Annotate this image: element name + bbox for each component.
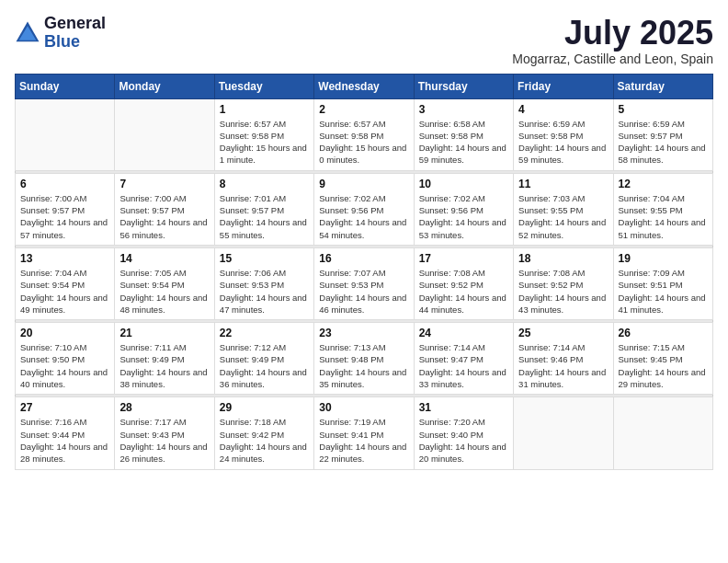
table-row: 8Sunrise: 7:01 AM Sunset: 9:57 PM Daylig… bbox=[214, 173, 313, 245]
table-row: 16Sunrise: 7:07 AM Sunset: 9:53 PM Dayli… bbox=[314, 247, 414, 319]
table-row: 13Sunrise: 7:04 AM Sunset: 9:54 PM Dayli… bbox=[16, 247, 115, 319]
table-row: 27Sunrise: 7:16 AM Sunset: 9:44 PM Dayli… bbox=[16, 397, 115, 469]
day-number: 23 bbox=[319, 327, 408, 339]
table-row: 12Sunrise: 7:04 AM Sunset: 9:55 PM Dayli… bbox=[613, 173, 712, 245]
table-row: 5Sunrise: 6:59 AM Sunset: 9:57 PM Daylig… bbox=[613, 98, 712, 170]
day-info: Sunrise: 7:17 AM Sunset: 9:43 PM Dayligh… bbox=[119, 416, 209, 465]
day-info: Sunrise: 7:14 AM Sunset: 9:47 PM Dayligh… bbox=[419, 341, 508, 390]
page-header: General Blue July 2025 Mogarraz, Castill… bbox=[15, 15, 713, 66]
day-number: 3 bbox=[419, 103, 508, 116]
day-number: 17 bbox=[419, 252, 508, 265]
table-row: 19Sunrise: 7:09 AM Sunset: 9:51 PM Dayli… bbox=[613, 247, 712, 319]
day-info: Sunrise: 7:08 AM Sunset: 9:52 PM Dayligh… bbox=[518, 267, 608, 316]
day-number: 25 bbox=[518, 327, 608, 339]
day-number: 16 bbox=[319, 252, 408, 265]
day-info: Sunrise: 7:13 AM Sunset: 9:48 PM Dayligh… bbox=[319, 341, 408, 390]
table-row: 20Sunrise: 7:10 AM Sunset: 9:50 PM Dayli… bbox=[16, 323, 115, 395]
day-info: Sunrise: 7:03 AM Sunset: 9:55 PM Dayligh… bbox=[518, 192, 608, 241]
table-row: 15Sunrise: 7:06 AM Sunset: 9:53 PM Dayli… bbox=[214, 247, 313, 319]
day-number: 11 bbox=[518, 178, 608, 190]
day-number: 8 bbox=[220, 178, 309, 190]
day-number: 5 bbox=[619, 103, 708, 116]
table-row: 6Sunrise: 7:00 AM Sunset: 9:57 PM Daylig… bbox=[16, 173, 115, 245]
day-info: Sunrise: 7:00 AM Sunset: 9:57 PM Dayligh… bbox=[20, 192, 109, 241]
day-number: 7 bbox=[119, 178, 209, 190]
day-info: Sunrise: 7:02 AM Sunset: 9:56 PM Dayligh… bbox=[419, 192, 508, 241]
table-row: 11Sunrise: 7:03 AM Sunset: 9:55 PM Dayli… bbox=[514, 173, 613, 245]
day-info: Sunrise: 7:12 AM Sunset: 9:49 PM Dayligh… bbox=[220, 341, 309, 390]
location-subtitle: Mogarraz, Castille and Leon, Spain bbox=[512, 52, 713, 66]
day-number: 20 bbox=[20, 327, 109, 339]
day-info: Sunrise: 7:02 AM Sunset: 9:56 PM Dayligh… bbox=[319, 192, 408, 241]
day-info: Sunrise: 7:06 AM Sunset: 9:53 PM Dayligh… bbox=[220, 267, 309, 316]
table-row bbox=[115, 98, 214, 170]
day-info: Sunrise: 7:09 AM Sunset: 9:51 PM Dayligh… bbox=[619, 267, 708, 316]
day-info: Sunrise: 6:59 AM Sunset: 9:57 PM Dayligh… bbox=[619, 118, 708, 167]
table-row: 17Sunrise: 7:08 AM Sunset: 9:52 PM Dayli… bbox=[414, 247, 513, 319]
day-number: 24 bbox=[419, 327, 508, 339]
day-number: 28 bbox=[119, 401, 209, 414]
day-number: 19 bbox=[619, 252, 708, 265]
table-row: 9Sunrise: 7:02 AM Sunset: 9:56 PM Daylig… bbox=[314, 173, 414, 245]
calendar-header-row: Sunday Monday Tuesday Wednesday Thursday… bbox=[16, 74, 713, 98]
table-row: 28Sunrise: 7:17 AM Sunset: 9:43 PM Dayli… bbox=[115, 397, 214, 469]
day-number: 10 bbox=[419, 178, 508, 190]
table-row: 7Sunrise: 7:00 AM Sunset: 9:57 PM Daylig… bbox=[115, 173, 214, 245]
day-info: Sunrise: 7:16 AM Sunset: 9:44 PM Dayligh… bbox=[20, 416, 109, 465]
day-number: 26 bbox=[619, 327, 708, 339]
calendar-week-row: 1Sunrise: 6:57 AM Sunset: 9:58 PM Daylig… bbox=[16, 98, 713, 170]
table-row: 26Sunrise: 7:15 AM Sunset: 9:45 PM Dayli… bbox=[613, 323, 712, 395]
title-block: July 2025 Mogarraz, Castille and Leon, S… bbox=[512, 15, 713, 66]
day-info: Sunrise: 7:01 AM Sunset: 9:57 PM Dayligh… bbox=[220, 192, 309, 241]
day-number: 21 bbox=[119, 327, 209, 339]
day-number: 1 bbox=[220, 103, 309, 116]
day-number: 30 bbox=[319, 401, 408, 414]
day-number: 29 bbox=[220, 401, 309, 414]
table-row: 23Sunrise: 7:13 AM Sunset: 9:48 PM Dayli… bbox=[314, 323, 414, 395]
table-row: 18Sunrise: 7:08 AM Sunset: 9:52 PM Dayli… bbox=[514, 247, 613, 319]
table-row: 25Sunrise: 7:14 AM Sunset: 9:46 PM Dayli… bbox=[514, 323, 613, 395]
day-number: 22 bbox=[220, 327, 309, 339]
day-info: Sunrise: 7:19 AM Sunset: 9:41 PM Dayligh… bbox=[319, 416, 408, 465]
col-friday: Friday bbox=[514, 74, 613, 98]
day-info: Sunrise: 7:07 AM Sunset: 9:53 PM Dayligh… bbox=[319, 267, 408, 316]
day-info: Sunrise: 7:14 AM Sunset: 9:46 PM Dayligh… bbox=[518, 341, 608, 390]
day-number: 15 bbox=[220, 252, 309, 265]
month-year-title: July 2025 bbox=[512, 15, 713, 52]
table-row: 22Sunrise: 7:12 AM Sunset: 9:49 PM Dayli… bbox=[214, 323, 313, 395]
day-number: 4 bbox=[518, 103, 608, 116]
table-row: 1Sunrise: 6:57 AM Sunset: 9:58 PM Daylig… bbox=[214, 98, 313, 170]
day-number: 27 bbox=[20, 401, 109, 414]
day-info: Sunrise: 7:04 AM Sunset: 9:54 PM Dayligh… bbox=[20, 267, 109, 316]
day-info: Sunrise: 7:04 AM Sunset: 9:55 PM Dayligh… bbox=[619, 192, 708, 241]
logo: General Blue bbox=[15, 15, 106, 52]
col-sunday: Sunday bbox=[16, 74, 115, 98]
day-info: Sunrise: 7:11 AM Sunset: 9:49 PM Dayligh… bbox=[119, 341, 209, 390]
day-info: Sunrise: 6:57 AM Sunset: 9:58 PM Dayligh… bbox=[319, 118, 408, 167]
col-saturday: Saturday bbox=[613, 74, 712, 98]
calendar-week-row: 13Sunrise: 7:04 AM Sunset: 9:54 PM Dayli… bbox=[16, 247, 713, 319]
table-row: 2Sunrise: 6:57 AM Sunset: 9:58 PM Daylig… bbox=[314, 98, 414, 170]
table-row: 14Sunrise: 7:05 AM Sunset: 9:54 PM Dayli… bbox=[115, 247, 214, 319]
col-thursday: Thursday bbox=[414, 74, 513, 98]
table-row bbox=[613, 397, 712, 469]
table-row: 24Sunrise: 7:14 AM Sunset: 9:47 PM Dayli… bbox=[414, 323, 513, 395]
table-row: 4Sunrise: 6:59 AM Sunset: 9:58 PM Daylig… bbox=[514, 98, 613, 170]
calendar-week-row: 27Sunrise: 7:16 AM Sunset: 9:44 PM Dayli… bbox=[16, 397, 713, 469]
calendar-week-row: 20Sunrise: 7:10 AM Sunset: 9:50 PM Dayli… bbox=[16, 323, 713, 395]
col-tuesday: Tuesday bbox=[214, 74, 313, 98]
logo-icon bbox=[15, 20, 40, 46]
table-row: 29Sunrise: 7:18 AM Sunset: 9:42 PM Dayli… bbox=[214, 397, 313, 469]
col-monday: Monday bbox=[115, 74, 214, 98]
calendar-week-row: 6Sunrise: 7:00 AM Sunset: 9:57 PM Daylig… bbox=[16, 173, 713, 245]
day-info: Sunrise: 6:59 AM Sunset: 9:58 PM Dayligh… bbox=[518, 118, 608, 167]
table-row: 3Sunrise: 6:58 AM Sunset: 9:58 PM Daylig… bbox=[414, 98, 513, 170]
day-number: 13 bbox=[20, 252, 109, 265]
day-info: Sunrise: 7:08 AM Sunset: 9:52 PM Dayligh… bbox=[419, 267, 508, 316]
table-row bbox=[16, 98, 115, 170]
logo-text: General Blue bbox=[44, 15, 106, 52]
day-number: 6 bbox=[20, 178, 109, 190]
day-number: 12 bbox=[619, 178, 708, 190]
day-info: Sunrise: 7:15 AM Sunset: 9:45 PM Dayligh… bbox=[619, 341, 708, 390]
table-row: 30Sunrise: 7:19 AM Sunset: 9:41 PM Dayli… bbox=[314, 397, 414, 469]
